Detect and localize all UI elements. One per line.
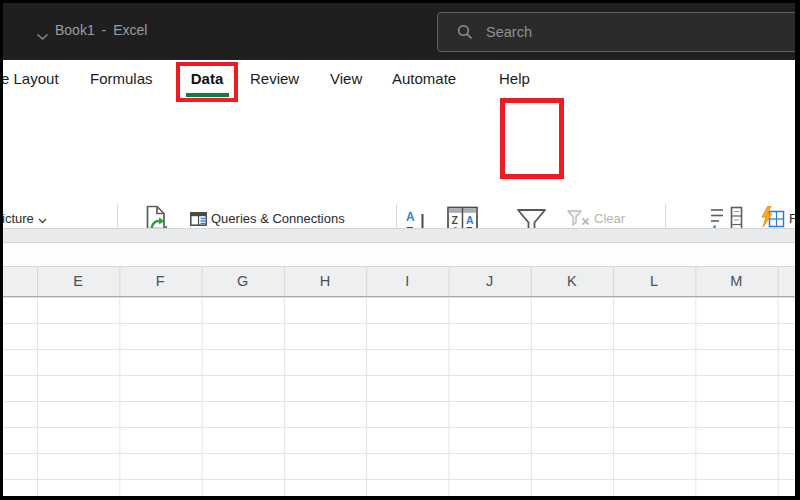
clear-button: Clear <box>594 211 625 227</box>
svg-text:A: A <box>406 210 415 224</box>
flash-fill-button-clipped[interactable]: F <box>789 211 795 227</box>
tab-review[interactable]: Review <box>250 60 299 98</box>
screenshot-frame-bottom <box>0 496 800 500</box>
title-bar: Book1 - Excel Search <box>0 0 800 60</box>
search-box[interactable]: Search <box>437 12 800 52</box>
column-header-l[interactable]: L <box>613 267 695 296</box>
queries-connections-button[interactable]: Queries & Connections <box>211 211 345 227</box>
window-title: Book1 - Excel <box>55 0 147 60</box>
flash-fill-icon[interactable] <box>760 206 785 228</box>
tab-page-layout[interactable]: e Layout <box>1 60 59 98</box>
column-header-g[interactable]: G <box>202 267 284 296</box>
search-icon <box>457 24 473 40</box>
column-header-f[interactable]: F <box>119 267 201 296</box>
tab-automate[interactable]: Automate <box>392 60 456 98</box>
from-picture-button[interactable]: icture <box>2 211 47 228</box>
queries-connections-icon <box>190 212 207 226</box>
column-header-j[interactable]: J <box>449 267 531 296</box>
column-header-e[interactable]: E <box>37 267 119 296</box>
clear-filter-icon <box>567 210 590 227</box>
column-header-k[interactable]: K <box>531 267 613 296</box>
column-header-m[interactable]: M <box>695 267 777 296</box>
chevron-down-icon <box>38 212 47 228</box>
worksheet-grid[interactable] <box>0 297 800 496</box>
svg-text:A: A <box>466 214 474 226</box>
column-header-i[interactable]: I <box>366 267 448 296</box>
tab-view[interactable]: View <box>330 60 362 98</box>
formula-bar[interactable] <box>0 243 800 267</box>
search-placeholder: Search <box>486 24 532 40</box>
ribbon: icture Sources g Connections Refresh All… <box>0 98 800 228</box>
tab-help[interactable]: Help <box>499 60 530 98</box>
ribbon-bottom-strip <box>0 228 800 243</box>
tab-formulas[interactable]: Formulas <box>90 60 153 98</box>
selected-tab-underline <box>186 93 229 97</box>
ribbon-display-chevron-icon[interactable] <box>36 27 49 45</box>
column-header-h[interactable]: H <box>284 267 366 296</box>
svg-text:Z: Z <box>452 214 459 226</box>
